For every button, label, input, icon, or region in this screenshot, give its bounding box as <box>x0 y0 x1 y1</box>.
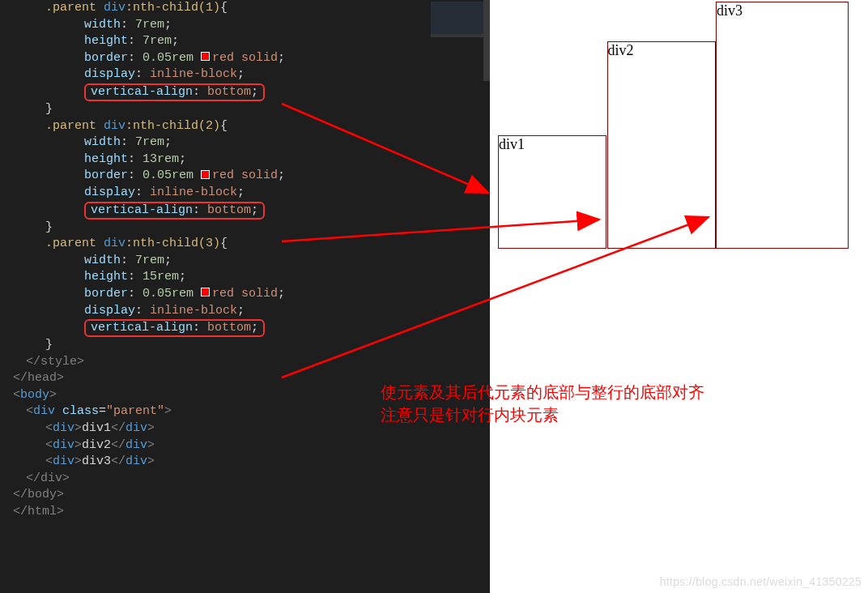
css-declaration: display: inline-block; <box>6 303 483 320</box>
css-declaration: display: inline-block; <box>6 66 483 83</box>
css-declaration-highlighted: vertical-align: bottom; <box>6 83 483 101</box>
close-parent: </div> <box>6 471 483 488</box>
close-style-tag: </style> <box>6 354 483 371</box>
css-declaration: height: 15rem; <box>6 269 483 286</box>
child-div: <div>div3</div> <box>6 454 483 471</box>
css-declaration: border: 0.05rem red solid; <box>6 50 483 67</box>
brace-close: } <box>6 101 483 118</box>
close-body: </body> <box>6 487 483 504</box>
color-swatch-icon <box>201 52 210 61</box>
browser-preview: div1 div2 div3 <box>490 0 868 593</box>
child-div: <div>div2</div> <box>6 437 483 454</box>
annotation-text: 使元素及其后代元素的底部与整行的底部对齐 注意只是针对行内块元素 <box>381 381 704 426</box>
color-swatch-icon <box>201 170 210 179</box>
annotation-line-2: 注意只是针对行内块元素 <box>381 403 704 426</box>
css-declaration-highlighted: vertical-align: bottom; <box>6 202 483 220</box>
box-div3: div3 <box>716 2 849 249</box>
css-declaration: width: 7rem; <box>6 17 483 34</box>
css-declaration: width: 7rem; <box>6 253 483 270</box>
annotation-line-1: 使元素及其后代元素的底部与整行的底部对齐 <box>381 381 704 403</box>
brace-close: } <box>6 337 483 354</box>
css-selector: .parent div:nth-child(3){ <box>6 236 483 253</box>
code-editor[interactable]: .parent div:nth-child(1){width: 7rem;hei… <box>0 0 490 593</box>
css-declaration: width: 7rem; <box>6 134 483 151</box>
css-selector: .parent div:nth-child(1){ <box>6 0 483 17</box>
parent-container: div1 div2 div3 <box>498 2 868 249</box>
watermark: https://blog.csdn.net/weixin_41350225 <box>660 575 862 588</box>
css-selector: .parent div:nth-child(2){ <box>6 118 483 135</box>
brace-close: } <box>6 220 483 237</box>
css-declaration: height: 7rem; <box>6 33 483 50</box>
css-declaration: display: inline-block; <box>6 185 483 202</box>
scrollbar[interactable] <box>483 0 490 81</box>
css-declaration: height: 13rem; <box>6 151 483 169</box>
css-declaration: border: 0.05rem red solid; <box>6 286 483 303</box>
color-swatch-icon <box>201 288 210 296</box>
box-div1: div1 <box>498 135 606 249</box>
box-div2: div2 <box>607 41 716 249</box>
close-html: </html> <box>6 504 483 521</box>
css-declaration-highlighted: vertical-align: bottom; <box>6 319 483 337</box>
css-declaration: border: 0.05rem red solid; <box>6 168 483 185</box>
